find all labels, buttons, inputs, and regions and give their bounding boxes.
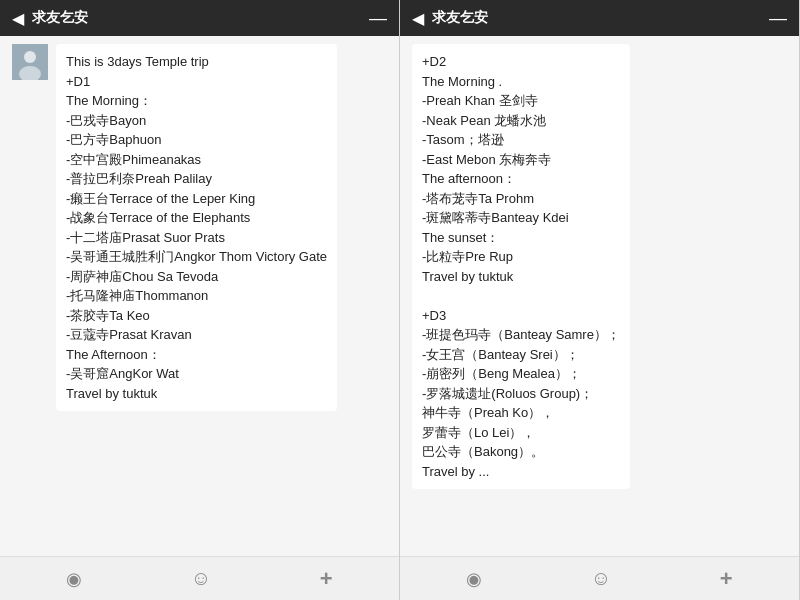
right-menu-icon[interactable]: — — [769, 8, 787, 29]
right-chat-body: +D2 The Morning . -Preah Khan 圣剑寺 -Neak … — [400, 36, 799, 556]
app-container: ◀ 求友乞安 — This is 3days Temple trip +D1 T… — [0, 0, 800, 600]
left-message-bubble: This is 3days Temple trip +D1 The Mornin… — [56, 44, 337, 411]
left-chat-footer: ◉ ☺ + — [0, 556, 399, 600]
svg-point-1 — [24, 51, 36, 63]
left-plus-icon[interactable]: + — [320, 566, 333, 592]
right-plus-icon[interactable]: + — [720, 566, 733, 592]
right-message-bubble: +D2 The Morning . -Preah Khan 圣剑寺 -Neak … — [412, 44, 630, 489]
right-chat-header: ◀ 求友乞安 — — [400, 0, 799, 36]
left-chat-title: 求友乞安 — [32, 9, 88, 27]
right-header-left: ◀ 求友乞安 — [412, 9, 488, 28]
left-chat-body: This is 3days Temple trip +D1 The Mornin… — [0, 36, 399, 556]
right-chat-footer: ◉ ☺ + — [400, 556, 799, 600]
left-chat-header: ◀ 求友乞安 — — [0, 0, 399, 36]
right-smiley-icon[interactable]: ☺ — [591, 567, 611, 590]
right-voice-icon[interactable]: ◉ — [466, 568, 482, 590]
left-message-row: This is 3days Temple trip +D1 The Mornin… — [12, 44, 387, 411]
left-header-left: ◀ 求友乞安 — [12, 9, 88, 28]
right-chat-title: 求友乞安 — [432, 9, 488, 27]
right-chat-panel: ◀ 求友乞安 — +D2 The Morning . -Preah Khan 圣… — [400, 0, 800, 600]
left-voice-icon[interactable]: ◉ — [66, 568, 82, 590]
left-menu-icon[interactable]: — — [369, 8, 387, 29]
right-back-arrow[interactable]: ◀ — [412, 9, 424, 28]
left-avatar — [12, 44, 48, 80]
left-chat-panel: ◀ 求友乞安 — This is 3days Temple trip +D1 T… — [0, 0, 400, 600]
left-back-arrow[interactable]: ◀ — [12, 9, 24, 28]
left-smiley-icon[interactable]: ☺ — [191, 567, 211, 590]
right-message-row: +D2 The Morning . -Preah Khan 圣剑寺 -Neak … — [412, 44, 787, 489]
